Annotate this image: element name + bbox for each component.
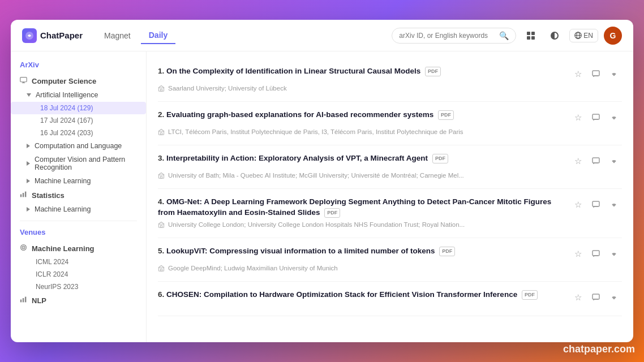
svg-rect-13: [25, 192, 26, 197]
sidebar-item-neurips2023[interactable]: NeurIPS 2023: [11, 281, 146, 293]
svg-rect-21: [159, 88, 164, 91]
star-button-1[interactable]: ☆: [570, 66, 586, 82]
paper-title-text-6[interactable]: CHOSEN: Compilation to Hardware Optimiza…: [166, 290, 517, 299]
paper-actions-1: ☆: [570, 66, 622, 82]
search-input[interactable]: [399, 32, 496, 40]
star-button-3[interactable]: ☆: [570, 153, 586, 169]
paper-title-5: 5. LookupViT: Compressing visual informa…: [158, 246, 565, 257]
logo-text: ChatPaper: [40, 31, 83, 40]
paper-number-2: 2.: [158, 110, 164, 119]
svg-rect-3: [527, 36, 530, 40]
search-box: 🔍: [392, 28, 516, 44]
paper-meta-3: University of Bath; Mila - Quebec AI Ins…: [158, 171, 622, 180]
paper-item-3: 3. Interpretability in Action: Explorato…: [158, 145, 622, 189]
main-content: ArXiv Computer Science Artificial Intell…: [11, 51, 633, 342]
svg-rect-35: [593, 294, 599, 299]
comment-button-3[interactable]: [588, 153, 604, 169]
chart-icon-nlp: [20, 296, 27, 305]
pdf-badge-1[interactable]: PDF: [425, 67, 441, 76]
machine-learning-stat-label: Machine Learning: [35, 205, 91, 213]
paper-title-text-3[interactable]: Interpretability in Action: Exploratory …: [166, 154, 428, 162]
statistics-label: Statistics: [32, 191, 65, 200]
svg-rect-22: [161, 89, 162, 92]
sidebar-item-iclr2024[interactable]: ICLR 2024: [11, 268, 146, 281]
svg-point-16: [23, 247, 24, 248]
ai-group-header[interactable]: Artificial Intelligence: [11, 88, 146, 102]
expand-button-6[interactable]: [606, 290, 622, 305]
expand-button-1[interactable]: [606, 66, 622, 82]
pdf-badge-6[interactable]: PDF: [522, 290, 538, 300]
sidebar: ArXiv Computer Science Artificial Intell…: [11, 51, 147, 342]
pdf-badge-5[interactable]: PDF: [439, 247, 455, 256]
sidebar-item-computer-vision[interactable]: Computer Vision and Pattern Recognition: [27, 153, 146, 174]
comment-button-1[interactable]: [588, 66, 604, 82]
sidebar-item-16jul[interactable]: 16 Jul 2024 (203): [11, 127, 146, 139]
star-button-5[interactable]: ☆: [570, 246, 586, 262]
paper-number-4: 4.: [158, 197, 164, 206]
tab-daily[interactable]: Daily: [141, 27, 175, 44]
sidebar-item-icml2024[interactable]: ICML 2024: [11, 256, 146, 268]
svg-rect-20: [593, 71, 599, 76]
comment-button-6[interactable]: [588, 290, 604, 305]
paper-title-row-2: 2. Evaluating graph-based explanations f…: [158, 110, 622, 126]
svg-rect-1: [527, 32, 530, 35]
expand-button-5[interactable]: [606, 246, 622, 262]
pdf-badge-3[interactable]: PDF: [432, 154, 448, 163]
ml-venues-label: Machine Learning: [32, 244, 95, 253]
sidebar-item-ml-venues[interactable]: Machine Learning: [11, 241, 146, 256]
search-icon[interactable]: 🔍: [499, 31, 509, 40]
pdf-badge-4[interactable]: PDF: [324, 208, 340, 218]
sidebar-item-ai[interactable]: Artificial Intelligence: [27, 88, 146, 102]
language-button[interactable]: EN: [569, 29, 598, 42]
sidebar-item-17jul[interactable]: 17 Jul 2024 (167): [11, 114, 146, 127]
sidebar-item-machine-learning-cs[interactable]: Machine Learning: [27, 174, 146, 188]
ai-label: Artificial Intelligence: [36, 91, 98, 99]
paper-title-text-5[interactable]: LookupViT: Compressing visual informatio…: [166, 247, 435, 255]
paper-title-text-2[interactable]: Evaluating graph-based explanations for …: [166, 110, 433, 119]
target-icon: [20, 244, 27, 253]
paper-actions-3: ☆: [570, 153, 622, 169]
expand-button-4[interactable]: [606, 197, 622, 213]
paper-number-3: 3.: [158, 154, 164, 162]
nlp-venues-label: NLP: [32, 296, 46, 305]
star-button-4[interactable]: ☆: [570, 197, 586, 213]
paper-affiliation-5: Google DeepMind; Ludwig Maximilian Unive…: [168, 264, 338, 273]
user-avatar[interactable]: G: [604, 27, 622, 45]
paper-title-text-4[interactable]: OMG-Net: A Deep Learning Framework Deplo…: [158, 197, 551, 217]
sidebar-item-computation-language[interactable]: Computation and Language: [27, 139, 146, 153]
institution-icon-4: [158, 221, 165, 230]
paper-title-text-1[interactable]: On the Complexity of Identification in L…: [166, 67, 420, 75]
star-button-2[interactable]: ☆: [570, 110, 586, 126]
comment-button-5[interactable]: [588, 246, 604, 262]
paper-item-1: 1. On the Complexity of Identification i…: [158, 58, 622, 102]
logo-area: ChatPaper: [22, 28, 83, 43]
sidebar-item-computer-science[interactable]: Computer Science: [11, 74, 146, 88]
paper-list: 1. On the Complexity of Identification i…: [147, 51, 633, 342]
svg-rect-17: [20, 300, 22, 303]
sidebar-item-18jul[interactable]: 18 Jul 2024 (129): [11, 102, 146, 114]
svg-rect-8: [20, 77, 27, 82]
comment-button-2[interactable]: [588, 110, 604, 126]
paper-meta-1: Saarland University; University of Lübec…: [158, 84, 622, 93]
paper-title-4: 4. OMG-Net: A Deep Learning Framework De…: [158, 197, 565, 218]
sidebar-item-machine-learning-stat[interactable]: Machine Learning: [27, 202, 146, 216]
paper-number-1: 1.: [158, 67, 164, 75]
sidebar-item-nlp-venues[interactable]: NLP: [11, 293, 146, 308]
comment-button-4[interactable]: [588, 197, 604, 213]
tab-magnet[interactable]: Magnet: [96, 27, 139, 44]
grid-view-button[interactable]: [522, 27, 540, 45]
expand-button-3[interactable]: [606, 153, 622, 169]
svg-rect-25: [161, 133, 162, 135]
paper-title-row-1: 1. On the Complexity of Identification i…: [158, 66, 622, 82]
pdf-badge-2[interactable]: PDF: [438, 110, 454, 120]
dark-mode-button[interactable]: [546, 27, 564, 45]
paper-affiliation-2: LTCI, Télécom Paris, Institut Polytechni…: [168, 128, 463, 136]
paper-affiliation-1: Saarland University; University of Lübec…: [168, 84, 287, 93]
star-button-6[interactable]: ☆: [570, 290, 586, 305]
expand-button-2[interactable]: [606, 110, 622, 126]
svg-rect-34: [161, 269, 162, 271]
sidebar-item-statistics[interactable]: Statistics: [11, 188, 146, 202]
paper-title-3: 3. Interpretability in Action: Explorato…: [158, 153, 565, 164]
lang-label: EN: [583, 32, 593, 40]
sidebar-divider: [20, 221, 137, 221]
